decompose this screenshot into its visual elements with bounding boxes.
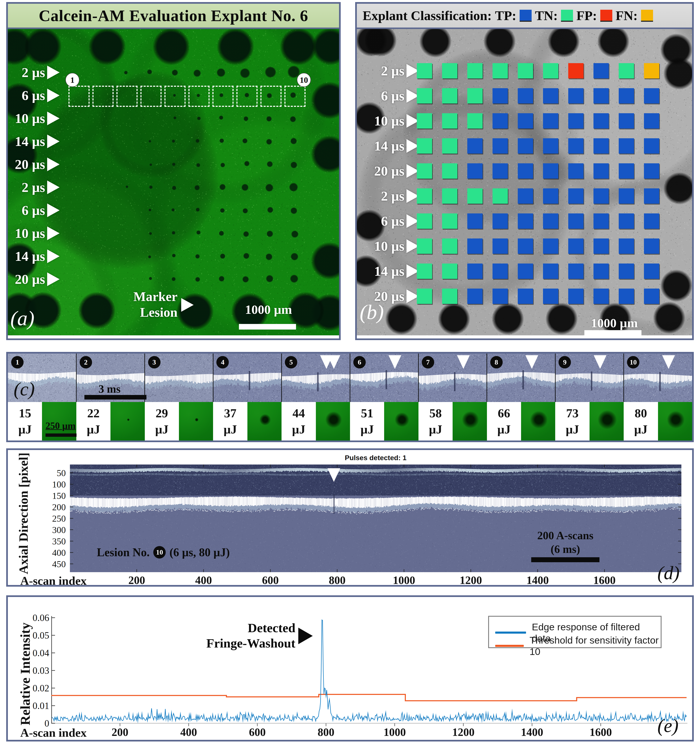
legend-term-fn: FN: bbox=[616, 8, 638, 23]
cell-tp bbox=[518, 289, 533, 304]
figure: Calcein-AM Evaluation Explant No. 6 2 µs… bbox=[0, 0, 700, 745]
panel-a-title-bar: Calcein-AM Evaluation Explant No. 6 bbox=[8, 4, 339, 29]
lesion-energy-column: 58µJ bbox=[418, 402, 487, 440]
row-label-text: 2 µs bbox=[381, 63, 404, 79]
cell-tp bbox=[493, 138, 508, 154]
cell-tp bbox=[594, 289, 609, 304]
fringe-washout-annotation: Detected Fringe-Washout bbox=[171, 620, 296, 651]
x-tick-label: 1200 bbox=[452, 574, 490, 585]
cell-tn bbox=[493, 63, 508, 78]
cell-tp bbox=[644, 188, 659, 204]
cell-tp bbox=[619, 238, 634, 254]
row-label-text: 6 µs bbox=[381, 213, 404, 229]
energy-unit: µJ bbox=[360, 421, 374, 437]
energy-unit: µJ bbox=[429, 421, 442, 437]
mscan-number-badge: 10 bbox=[627, 356, 639, 368]
row-label: 6 µs bbox=[357, 87, 419, 105]
cell-tp bbox=[568, 238, 584, 254]
energy-value: 44 bbox=[293, 405, 305, 421]
row-label-text: 14 µs bbox=[15, 248, 45, 264]
cell-tn bbox=[493, 188, 508, 204]
marker-lesion-line1: Marker bbox=[97, 289, 178, 305]
energy-label: 51µJ bbox=[350, 402, 384, 440]
lesion-energy-strip: 15µJ22µJ29µJ37µJ44µJ51µJ58µJ66µJ73µJ80µJ… bbox=[8, 402, 692, 440]
pulse-marker-icon bbox=[388, 355, 401, 369]
cell-tn bbox=[442, 163, 457, 179]
y-tick-label: 400 bbox=[35, 548, 66, 558]
blue-line-swatch bbox=[495, 631, 526, 634]
roi-badge-start: 1 bbox=[66, 73, 79, 87]
pulse-marker-icon bbox=[662, 355, 675, 369]
cell-tn bbox=[442, 188, 457, 204]
row-label: 10 µs bbox=[357, 238, 419, 255]
lesion-energy-column: 37µJ bbox=[213, 402, 282, 440]
cell-tp bbox=[619, 88, 634, 103]
energy-value: 58 bbox=[429, 405, 442, 421]
mscan-number-badge: 3 bbox=[148, 356, 161, 368]
legend-term-tn: TN: bbox=[535, 8, 558, 23]
panel-d: Pulses detected: 1 Axial Direction [pixe… bbox=[6, 448, 694, 586]
panel-c: 12345678910 (c) 3 ms 15µJ22µJ29µJ37µJ44µ… bbox=[6, 352, 694, 442]
calcein-lesion-thumb bbox=[658, 402, 692, 440]
cell-fn bbox=[644, 63, 659, 78]
panel-d-plot: Pulses detected: 1 Axial Direction [pixe… bbox=[8, 450, 692, 585]
dashed-roi-box bbox=[188, 86, 209, 107]
ascans-scalebar-line1: 200 A-scans bbox=[528, 529, 603, 542]
roi-badge-end: 10 bbox=[297, 73, 311, 87]
row-arrow-icon bbox=[47, 135, 60, 148]
cell-tp bbox=[467, 263, 483, 279]
fringe-washout-line1: Detected bbox=[171, 620, 296, 636]
cell-tp bbox=[644, 88, 659, 103]
cell-tn bbox=[417, 238, 432, 254]
y-tick-label: 300 bbox=[35, 525, 66, 535]
energy-value: 15 bbox=[19, 405, 31, 421]
cell-tp bbox=[543, 113, 558, 129]
cell-tp bbox=[518, 88, 533, 103]
cell-tp bbox=[594, 113, 609, 129]
cell-tp bbox=[467, 289, 483, 304]
row-label-text: 10 µs bbox=[374, 238, 404, 254]
y-tick-label: 0.04 bbox=[18, 648, 49, 658]
panel-c-tag: (c) bbox=[13, 378, 35, 400]
panel-a-image: 2 µs6 µs10 µs14 µs20 µs2 µs6 µs10 µs14 µ… bbox=[8, 29, 339, 335]
lesion-annotation-params: (6 µs, 80 µJ) bbox=[169, 546, 230, 559]
cell-tn bbox=[467, 188, 483, 204]
panel-b-scalebar-label: 1000 µm bbox=[584, 316, 645, 331]
cell-tp bbox=[568, 263, 584, 279]
y-tick-label: 150 bbox=[35, 491, 66, 501]
cell-tp bbox=[594, 213, 609, 229]
row-label: 6 µs bbox=[8, 202, 60, 219]
mscan-number-badge: 7 bbox=[422, 356, 434, 368]
cell-tp bbox=[518, 138, 533, 154]
row-label: 2 µs bbox=[357, 187, 419, 205]
energy-label: 44µJ bbox=[282, 402, 316, 440]
cell-tp bbox=[493, 238, 508, 254]
legend-term-tp: TP: bbox=[495, 8, 516, 23]
legend-swatch-tp bbox=[519, 10, 531, 22]
cell-tp bbox=[644, 213, 659, 229]
row-label-text: 6 µs bbox=[381, 88, 404, 104]
panel-e-tag: (e) bbox=[657, 715, 679, 736]
panel-b-title: Explant Classification: bbox=[363, 8, 492, 23]
dashed-roi-box bbox=[164, 86, 185, 107]
cell-tn bbox=[543, 63, 558, 78]
length-scalebar bbox=[46, 434, 76, 437]
cell-tp bbox=[543, 138, 558, 154]
classification-legend: Explant Classification: TP:TN:FP:FN: bbox=[363, 8, 653, 23]
row-label-text: 14 µs bbox=[15, 133, 45, 149]
row-arrow-icon bbox=[47, 272, 60, 286]
cell-tp bbox=[594, 263, 609, 279]
x-tick-label: 600 bbox=[239, 726, 276, 739]
cell-tp bbox=[594, 88, 609, 103]
y-tick-label: 200 bbox=[35, 502, 66, 513]
cell-tp bbox=[594, 163, 609, 179]
energy-unit: µJ bbox=[87, 421, 100, 437]
energy-label: 80µJ bbox=[624, 402, 658, 440]
lesion-annotation: Lesion No. 10 (6 µs, 80 µJ) bbox=[97, 546, 230, 559]
row-label: 14 µs bbox=[8, 248, 60, 265]
mscan-number-badge: 8 bbox=[490, 356, 503, 368]
energy-value: 51 bbox=[361, 405, 373, 421]
legend-items: TP:TN:FP:FN: bbox=[495, 8, 653, 23]
cell-tp bbox=[518, 213, 533, 229]
x-tick-label: 400 bbox=[170, 726, 207, 739]
